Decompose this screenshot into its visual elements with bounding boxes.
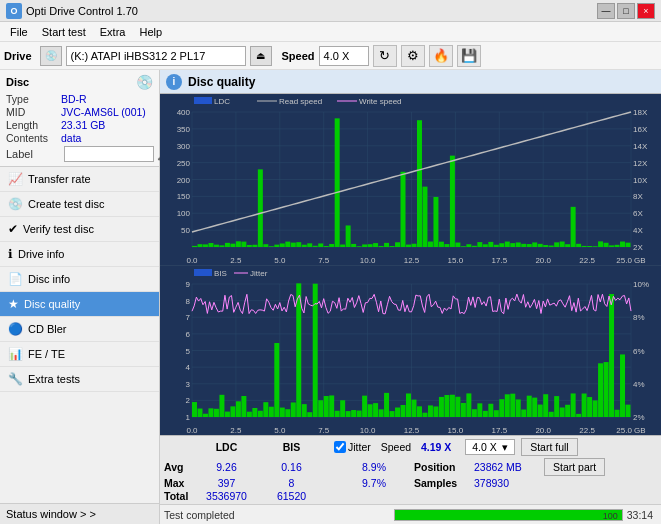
drive-info-icon: ℹ — [8, 247, 13, 261]
avg-row: Avg 9.26 0.16 8.9% Position 23862 MB Sta… — [164, 458, 657, 476]
jitter-checkbox[interactable] — [334, 441, 346, 453]
nav-item-extra-tests[interactable]: 🔧 Extra tests — [0, 367, 159, 392]
nav-label-cd-bler: CD Bler — [28, 323, 67, 335]
contents-val: data — [61, 132, 81, 144]
quality-title: Disc quality — [188, 75, 255, 89]
quality-icon: i — [166, 74, 182, 90]
type-key: Type — [6, 93, 61, 105]
nav-label-disc-quality: Disc quality — [24, 298, 80, 310]
label-input[interactable] — [64, 146, 154, 162]
max-jitter: 9.7% — [334, 477, 414, 489]
drivebar: Drive 💿 (K:) ATAPI iHBS312 2 PL17 ⏏ Spee… — [0, 42, 661, 70]
nav-item-disc-info[interactable]: 📄 Disc info — [0, 267, 159, 292]
disc-info-icon: 📄 — [8, 272, 23, 286]
stats-bar: LDC BIS Jitter Speed 4.19 X 4.0 X ▾ Star… — [160, 435, 661, 504]
titlebar-controls[interactable]: — □ × — [597, 3, 655, 19]
speed-dropdown[interactable]: 4.0 X ▾ — [465, 439, 515, 455]
speed-select[interactable]: 4.0 X — [319, 46, 369, 66]
menu-extra[interactable]: Extra — [94, 24, 132, 40]
mid-val: JVC-AMS6L (001) — [61, 106, 146, 118]
start-part-btn[interactable]: Start part — [544, 458, 605, 476]
speed-label: Speed — [282, 50, 315, 62]
disc-label: Disc — [6, 76, 29, 88]
nav-item-cd-bler[interactable]: 🔵 CD Bler — [0, 317, 159, 342]
speed-col-header: Speed — [381, 441, 411, 453]
content-area: i Disc quality LDC BIS J — [160, 70, 661, 524]
burn-btn[interactable]: 🔥 — [429, 45, 453, 67]
app-icon: O — [6, 3, 22, 19]
nav-item-create-test-disc[interactable]: 💿 Create test disc — [0, 192, 159, 217]
eject-btn[interactable]: ⏏ — [250, 46, 272, 66]
speed-val: 4.19 X — [411, 441, 461, 453]
speed-select-val: 4.0 X — [472, 441, 497, 453]
nav-item-drive-info[interactable]: ℹ Drive info — [0, 242, 159, 267]
nav-label-extra-tests: Extra tests — [28, 373, 80, 385]
drive-select[interactable]: (K:) ATAPI iHBS312 2 PL17 — [66, 46, 246, 66]
ldc-canvas — [160, 94, 661, 265]
nav-item-transfer-rate[interactable]: 📈 Transfer rate — [0, 167, 159, 192]
drive-icon-btn[interactable]: 💿 — [40, 46, 62, 66]
nav-label-transfer-rate: Transfer rate — [28, 173, 91, 185]
create-test-disc-icon: 💿 — [8, 197, 23, 211]
avg-jitter: 8.9% — [334, 461, 414, 473]
status-window-btn[interactable]: Status window > > — [0, 503, 159, 524]
position-label: Position — [414, 461, 474, 473]
verify-test-disc-icon: ✔ — [8, 222, 18, 236]
drive-label: Drive — [4, 50, 32, 62]
total-ldc: 3536970 — [194, 490, 259, 502]
disc-icon[interactable]: 💿 — [136, 74, 153, 90]
menubar: File Start test Extra Help — [0, 22, 661, 42]
fe-te-icon: 📊 — [8, 347, 23, 361]
nav-items: 📈 Transfer rate 💿 Create test disc ✔ Ver… — [0, 167, 159, 503]
app-title: Opti Drive Control 1.70 — [26, 5, 138, 17]
titlebar-left: O Opti Drive Control 1.70 — [6, 3, 138, 19]
quality-header: i Disc quality — [160, 70, 661, 94]
sidebar: Disc 💿 Type BD-R MID JVC-AMS6L (001) Len… — [0, 70, 160, 524]
save-btn[interactable]: 💾 — [457, 45, 481, 67]
max-bis: 8 — [259, 477, 324, 489]
minimize-btn[interactable]: — — [597, 3, 615, 19]
samples-val: 378930 — [474, 477, 544, 489]
cd-bler-icon: 🔵 — [8, 322, 23, 336]
length-val: 23.31 GB — [61, 119, 105, 131]
total-label: Total — [164, 490, 194, 502]
nav-label-fe-te: FE / TE — [28, 348, 65, 360]
max-row: Max 397 8 9.7% Samples 378930 — [164, 477, 657, 489]
refresh-btn[interactable]: ↻ — [373, 45, 397, 67]
menu-help[interactable]: Help — [133, 24, 168, 40]
progress-bar-container: 100 — [394, 509, 622, 521]
titlebar: O Opti Drive Control 1.70 — □ × — [0, 0, 661, 22]
progress-text: 100 — [603, 510, 618, 521]
disc-quality-icon: ★ — [8, 297, 19, 311]
bis-canvas — [160, 266, 661, 435]
charts-container — [160, 94, 661, 435]
total-bis: 61520 — [259, 490, 324, 502]
jitter-col-header: Jitter — [348, 441, 371, 453]
position-val: 23862 MB — [474, 461, 544, 473]
bis-chart — [160, 266, 661, 435]
progress-fill — [395, 510, 621, 520]
disc-panel: Disc 💿 Type BD-R MID JVC-AMS6L (001) Len… — [0, 70, 159, 167]
menu-file[interactable]: File — [4, 24, 34, 40]
length-key: Length — [6, 119, 61, 131]
maximize-btn[interactable]: □ — [617, 3, 635, 19]
nav-label-create-test-disc: Create test disc — [28, 198, 104, 210]
nav-item-verify-test-disc[interactable]: ✔ Verify test disc — [0, 217, 159, 242]
close-btn[interactable]: × — [637, 3, 655, 19]
nav-item-disc-quality[interactable]: ★ Disc quality — [0, 292, 159, 317]
type-val: BD-R — [61, 93, 87, 105]
menu-starttest[interactable]: Start test — [36, 24, 92, 40]
bis-col-header: BIS — [259, 441, 324, 453]
settings-btn[interactable]: ⚙ — [401, 45, 425, 67]
avg-label: Avg — [164, 461, 194, 473]
stats-header-row: LDC BIS Jitter Speed 4.19 X 4.0 X ▾ Star… — [164, 438, 657, 456]
ldc-col-header: LDC — [194, 441, 259, 453]
time-text: 33:14 — [627, 509, 653, 521]
nav-item-fe-te[interactable]: 📊 FE / TE — [0, 342, 159, 367]
nav-label-verify-test-disc: Verify test disc — [23, 223, 94, 235]
max-label: Max — [164, 477, 194, 489]
nav-label-drive-info: Drive info — [18, 248, 64, 260]
start-full-btn[interactable]: Start full — [521, 438, 578, 456]
samples-label: Samples — [414, 477, 474, 489]
mid-key: MID — [6, 106, 61, 118]
